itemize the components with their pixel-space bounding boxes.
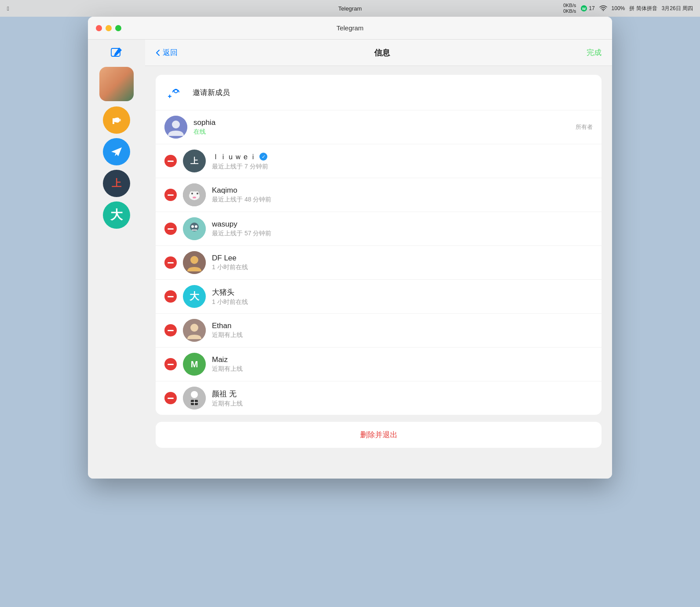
member-badge: 所有者 xyxy=(576,123,593,131)
member-row[interactable]: Kaqimo 最近上线于 48 分钟前 xyxy=(156,178,602,212)
member-status: 1 小时前在线 xyxy=(212,263,593,271)
app-window: Telegram xyxy=(88,17,612,479)
member-info: sophia 在线 xyxy=(193,118,569,136)
sidebar-item-liuwei[interactable]: 上 xyxy=(103,170,130,197)
member-info: wasupy 最近上线于 57 分钟前 xyxy=(212,220,593,238)
svg-point-2 xyxy=(602,10,603,11)
app-title: Telegram xyxy=(336,24,364,32)
svg-point-29 xyxy=(191,391,198,398)
member-name: wasupy xyxy=(212,220,593,229)
back-label: 返回 xyxy=(163,48,178,58)
member-info: Maiz 近期有上线 xyxy=(212,355,593,373)
remove-icon xyxy=(168,262,174,263)
member-area[interactable]: 邀请新成员 sophia 在线 xyxy=(145,66,612,479)
remove-button[interactable] xyxy=(164,155,177,167)
invite-label: 邀请新成员 xyxy=(193,88,230,98)
window-controls xyxy=(96,25,121,31)
member-row[interactable]: sophia 在线 所有者 xyxy=(156,110,602,144)
page-title: 信息 xyxy=(178,48,587,58)
member-info: 颜祖 无 近期有上线 xyxy=(212,389,593,408)
remove-button[interactable] xyxy=(164,290,177,303)
sidebar-item-telegram[interactable] xyxy=(103,138,130,165)
page-header: 返回 信息 完成 xyxy=(145,40,612,66)
back-button[interactable]: 返回 xyxy=(156,48,178,58)
member-row[interactable]: DF Lee 1 小时前在线 xyxy=(156,245,602,279)
svg-text:W: W xyxy=(582,7,586,11)
member-name: 大猪头 xyxy=(212,287,593,297)
svg-point-18 xyxy=(193,197,196,198)
datetime: 3月26日 周四 xyxy=(662,5,693,12)
member-status: 最近上线于 57 分钟前 xyxy=(212,230,593,238)
remove-icon xyxy=(168,194,174,196)
remove-icon xyxy=(168,398,174,399)
maximize-button[interactable] xyxy=(115,25,121,31)
svg-point-27 xyxy=(190,324,198,332)
avatar xyxy=(183,217,206,240)
avatar: 大 xyxy=(183,285,206,308)
member-status: 1 小时前在线 xyxy=(212,298,593,306)
compose-button[interactable] xyxy=(106,44,127,62)
invite-row[interactable]: 邀请新成员 xyxy=(156,75,602,110)
remove-button[interactable] xyxy=(164,392,177,404)
member-status: 最近上线于 48 分钟前 xyxy=(212,196,593,204)
member-name: Ethan xyxy=(212,322,593,330)
member-name: sophia xyxy=(193,118,569,127)
member-info: 大猪头 1 小时前在线 xyxy=(212,287,593,306)
sidebar-item-megaphone[interactable] xyxy=(103,106,130,134)
remove-button[interactable] xyxy=(164,256,177,269)
member-name: ｌｉｕｗｅｉ ✓ xyxy=(212,152,593,162)
member-row[interactable]: 上 ｌｉｕｗｅｉ ✓ 最近上线于 7 分钟前 xyxy=(156,144,602,178)
verified-icon: ✓ xyxy=(259,153,267,161)
svg-rect-4 xyxy=(113,122,114,124)
remove-icon xyxy=(168,161,174,162)
sidebar-item-dazhu[interactable]: 大 xyxy=(103,201,130,229)
member-status: 近期有上线 xyxy=(212,400,593,408)
remove-icon xyxy=(168,364,174,365)
invite-icon xyxy=(164,82,186,103)
avatar xyxy=(183,387,206,410)
remove-button[interactable] xyxy=(164,324,177,336)
avatar: 上 xyxy=(183,150,206,172)
menubar-center: Telegram xyxy=(338,5,361,12)
avatar xyxy=(183,251,206,274)
main-layout: 上 大 返回 信息 完成 xyxy=(88,40,612,479)
apple-icon:  xyxy=(7,5,9,12)
member-row[interactable]: M Maiz 近期有上线 xyxy=(156,347,602,381)
member-name: Kaqimo xyxy=(212,186,593,195)
remove-button[interactable] xyxy=(164,223,177,235)
wechat-badge: W 17 xyxy=(580,5,594,12)
remove-icon xyxy=(168,330,174,331)
content-area: 返回 信息 完成 xyxy=(145,40,612,479)
close-button[interactable] xyxy=(96,25,102,31)
member-info: ｌｉｕｗｅｉ ✓ 最近上线于 7 分钟前 xyxy=(212,152,593,171)
battery: 100% xyxy=(612,5,625,11)
member-row[interactable]: 颜祖 无 近期有上线 xyxy=(156,381,602,415)
svg-point-16 xyxy=(191,193,193,194)
svg-point-21 xyxy=(191,225,194,228)
remove-button[interactable] xyxy=(164,358,177,370)
members-card: 邀请新成员 sophia 在线 xyxy=(156,75,602,415)
remove-button[interactable] xyxy=(164,189,177,201)
done-button[interactable]: 完成 xyxy=(587,48,602,58)
member-info: DF Lee 1 小时前在线 xyxy=(212,254,593,271)
member-row[interactable]: Ethan 近期有上线 xyxy=(156,313,602,347)
titlebar: Telegram xyxy=(88,17,612,40)
avatar xyxy=(183,319,206,342)
member-row[interactable]: wasupy 最近上线于 57 分钟前 xyxy=(156,212,602,245)
remove-icon xyxy=(168,296,174,297)
menubar-app-title: Telegram xyxy=(338,5,361,12)
svg-point-11 xyxy=(172,121,180,128)
avatar xyxy=(183,183,206,206)
delete-card[interactable]: 删除并退出 xyxy=(156,422,602,448)
member-info: Kaqimo 最近上线于 48 分钟前 xyxy=(212,186,593,204)
member-row[interactable]: 大 大猪头 1 小时前在线 xyxy=(156,279,602,313)
svg-point-17 xyxy=(197,193,198,194)
svg-point-5 xyxy=(119,119,121,121)
menubar-right: 0KB/s0KB/s W 17 100% 拼 简体拼音 3月26日 周四 xyxy=(563,3,693,14)
member-name: Maiz xyxy=(212,355,593,364)
group-avatar[interactable] xyxy=(99,67,134,101)
minimize-button[interactable] xyxy=(106,25,112,31)
delete-label: 删除并退出 xyxy=(360,430,397,440)
wifi-icon xyxy=(599,5,607,12)
member-name: 颜祖 无 xyxy=(212,389,593,399)
